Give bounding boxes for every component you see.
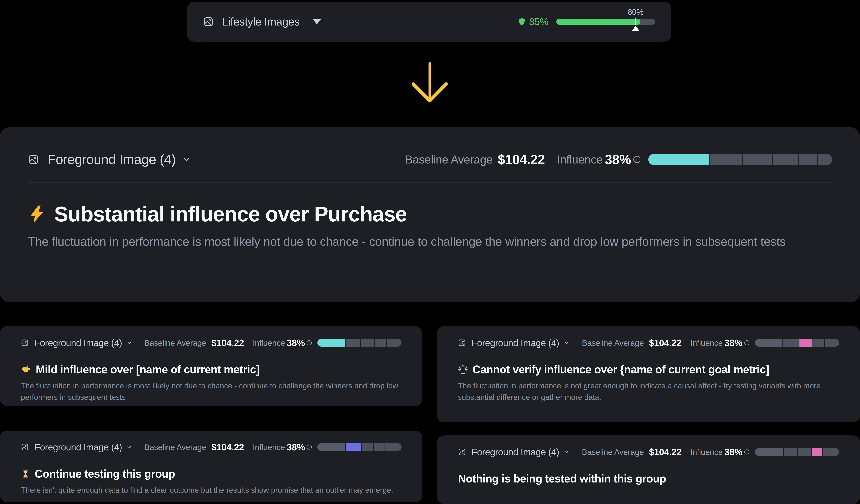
insight-card-continue-testing: Foreground Image (4) Baseline Average $1… [0, 431, 422, 502]
influence-bar-segment [799, 154, 817, 165]
info-icon[interactable] [306, 340, 312, 346]
group-dropdown[interactable]: Foreground Image (4) [28, 152, 191, 167]
info-icon[interactable] [306, 444, 312, 450]
influence-bar [317, 443, 402, 451]
group-dropdown[interactable]: Foreground Image (4) [458, 447, 569, 457]
influence-bar [755, 448, 839, 456]
influence-bar-segment [798, 448, 811, 456]
influence-bar [648, 154, 832, 165]
card-title-text: Continue testing this group [35, 467, 175, 480]
chevron-down-icon[interactable] [564, 340, 569, 346]
baseline-average-value: $104.22 [498, 152, 545, 167]
hourglass-icon [21, 469, 30, 479]
influence-bar-segment [825, 339, 839, 347]
influence-bar-segment [375, 339, 386, 347]
influence-label: Influence [557, 153, 603, 166]
info-icon[interactable] [633, 155, 641, 164]
influence-bar-segment [783, 339, 799, 347]
threshold-marker-arrow [632, 26, 640, 31]
chevron-down-icon[interactable] [183, 156, 191, 163]
influence-label: Influence [253, 442, 285, 452]
insight-headline: Substantial influence over Purchase [54, 202, 407, 226]
influence-bar-segment [784, 448, 797, 456]
influence-bar-segment [813, 339, 824, 347]
divider [21, 459, 402, 459]
influence-bar-segment [743, 154, 772, 165]
insight-card-cannot-verify: Foreground Image (4) Baseline Average $1… [437, 326, 860, 422]
divider [458, 355, 839, 355]
group-dropdown[interactable]: Foreground Image (4) [458, 337, 569, 348]
influence-bar [317, 339, 402, 347]
influence-label: Influence [253, 338, 285, 348]
threshold-marker-label: 80% [628, 7, 644, 17]
card-description: The fluctuation in performance is most l… [21, 380, 402, 403]
group-dropdown[interactable]: Lifestyle Images [203, 15, 321, 28]
chevron-down-icon[interactable] [127, 340, 132, 346]
influence-bar-segment [374, 443, 385, 451]
influence-bar-segment [812, 448, 822, 456]
insight-description: The fluctuation in performance is most l… [28, 234, 819, 249]
confidence-score-value: 85% [529, 16, 548, 27]
chevron-down-icon[interactable] [564, 449, 569, 455]
influence-value: 38% [724, 447, 743, 457]
image-icon [28, 154, 39, 165]
card-title-text: Cannot verify influence over {name of cu… [473, 363, 769, 376]
image-icon [21, 443, 29, 451]
influence-value: 38% [287, 442, 305, 452]
influence-bar-segment [385, 443, 402, 451]
info-icon[interactable] [744, 449, 750, 455]
divider [28, 182, 832, 183]
image-icon [203, 16, 214, 27]
confidence-score: 85% [518, 16, 548, 27]
group-label: Foreground Image (4) [472, 447, 559, 457]
baseline-average-label: Baseline Average [144, 442, 206, 452]
influence-bar-segment [648, 154, 709, 165]
group-label: Foreground Image (4) [34, 442, 122, 452]
influence-bar-segment [710, 154, 742, 165]
image-icon [458, 339, 466, 347]
baseline-average-label: Baseline Average [405, 153, 493, 166]
threshold-marker-line [635, 18, 636, 25]
baseline-average-label: Baseline Average [144, 338, 206, 348]
influence-bar-segment [773, 154, 798, 165]
balance-scale-icon [458, 364, 468, 375]
group-selector-bar: Lifestyle Images 85% 80% [187, 2, 671, 42]
group-dropdown[interactable]: Foreground Image (4) [21, 442, 132, 452]
insight-card-mild-influence: Foreground Image (4) Baseline Average $1… [0, 326, 422, 406]
influence-bar-segment [346, 339, 360, 347]
baseline-average-label: Baseline Average [582, 447, 644, 457]
baseline-average-value: $104.22 [211, 337, 244, 348]
influence-bar-segment [361, 339, 374, 347]
baseline-average-value: $104.22 [649, 447, 682, 457]
influence-bar-segment [317, 339, 345, 347]
group-label: Foreground Image (4) [47, 152, 176, 167]
image-icon [21, 339, 29, 347]
shield-icon [518, 17, 526, 26]
card-description: The fluctuation in performance is not gr… [458, 380, 839, 403]
card-title-text: Nothing is being tested within this grou… [458, 472, 666, 485]
insight-card-primary: Foreground Image (4) Baseline Average $1… [0, 127, 860, 302]
group-label: Foreground Image (4) [472, 337, 559, 348]
divider [21, 355, 402, 355]
baseline-average-value: $104.22 [649, 337, 682, 348]
influence-bar-segment [755, 448, 783, 456]
influence-bar-segment [823, 448, 839, 456]
group-dropdown-label: Lifestyle Images [222, 15, 300, 28]
influence-bar-segment [818, 154, 832, 165]
flow-down-arrow-icon [408, 62, 452, 106]
insight-card-nothing-tested: Foreground Image (4) Baseline Average $1… [437, 435, 860, 504]
confidence-progress-bar: 80% [556, 19, 656, 25]
baseline-average-value: $104.22 [211, 442, 244, 452]
baseline-average-label: Baseline Average [582, 338, 644, 348]
chevron-down-icon[interactable] [127, 444, 132, 450]
group-dropdown[interactable]: Foreground Image (4) [21, 337, 132, 348]
info-icon[interactable] [744, 340, 750, 346]
confidence-progress-fill [556, 19, 641, 25]
influence-label: Influence [690, 447, 722, 457]
influence-bar-segment [362, 443, 373, 451]
caret-down-icon [313, 19, 321, 24]
group-label: Foreground Image (4) [34, 337, 122, 348]
influence-label: Influence [690, 338, 722, 348]
pinch-hand-icon [21, 364, 31, 375]
card-title-text: Mild influence over [name of current met… [36, 363, 260, 376]
